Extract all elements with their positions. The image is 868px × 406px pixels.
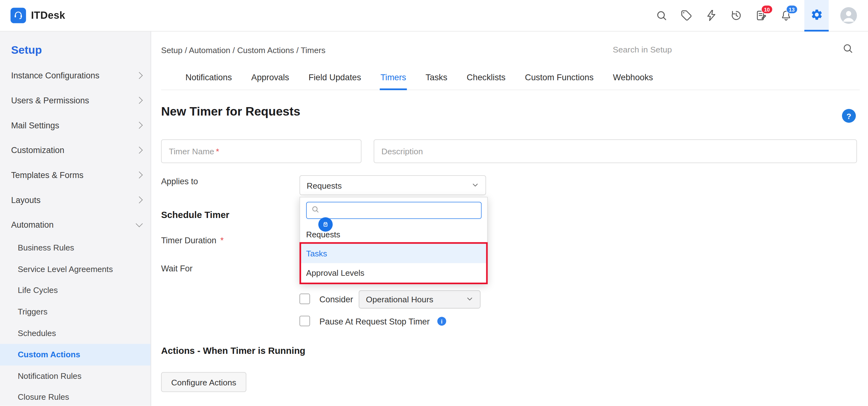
sidebar-title: Setup xyxy=(11,44,150,57)
timer-duration-text: Timer Duration xyxy=(161,235,216,245)
sidebar-item-customization[interactable]: Customization xyxy=(0,138,151,163)
search-icon[interactable] xyxy=(655,9,668,22)
annotation-highlight: Tasks Approval Levels xyxy=(300,242,488,284)
timer-name-input[interactable]: Timer Name * xyxy=(161,139,362,163)
app-root: ITDesk xyxy=(0,0,868,406)
sidebar-item-label: Templates & Forms xyxy=(11,170,84,179)
requests-module-icon xyxy=(318,217,333,232)
chevron-right-icon xyxy=(136,197,143,204)
sidebar-item-notification-rules[interactable]: Notification Rules xyxy=(0,365,151,386)
sidebar-item-mail-settings[interactable]: Mail Settings xyxy=(0,113,151,138)
sidebar-item-label: Automation xyxy=(11,220,54,230)
help-icon[interactable]: ? xyxy=(842,109,856,123)
setup-sidebar: Setup Instance Configurations Users & Pe… xyxy=(0,32,151,406)
top-actions: 10 13 xyxy=(655,0,868,31)
sidebar-item-service-level-agreements[interactable]: Service Level Agreements xyxy=(0,259,151,280)
consider-label: Consider xyxy=(319,295,353,304)
sidebar-subitem-label: Service Level Agreements xyxy=(18,265,113,274)
consider-checkbox[interactable] xyxy=(300,294,310,304)
sidebar-item-schedules[interactable]: Schedules xyxy=(0,323,151,344)
applies-to-value: Requests xyxy=(307,180,342,190)
tab-approvals[interactable]: Approvals xyxy=(251,72,290,90)
timer-duration-label: Timer Duration * xyxy=(161,235,223,245)
sidebar-item-users-permissions[interactable]: Users & Permissions xyxy=(0,88,151,113)
tab-field-updates[interactable]: Field Updates xyxy=(308,72,362,90)
dropdown-search-box[interactable] xyxy=(306,202,482,219)
timer-name-placeholder: Timer Name xyxy=(169,146,214,156)
wait-for-label: Wait For xyxy=(161,264,193,273)
tab-timers[interactable]: Timers xyxy=(380,72,407,90)
schedule-timer-header: Schedule Timer xyxy=(161,209,229,221)
notifications-bell-icon[interactable]: 13 xyxy=(779,9,793,22)
setup-search xyxy=(612,42,854,56)
chevron-right-icon xyxy=(136,72,143,79)
app-name: ITDesk xyxy=(31,9,65,22)
actions-header: Actions - When Timer is Running xyxy=(161,346,305,357)
sidebar-subitem-label: Schedules xyxy=(18,329,56,338)
setup-search-input[interactable] xyxy=(612,44,835,55)
dropdown-option-requests[interactable]: Requests xyxy=(306,230,340,239)
sidebar-item-layouts[interactable]: Layouts xyxy=(0,188,151,212)
tab-checklists[interactable]: Checklists xyxy=(466,72,506,90)
main-content: Setup / Automation / Custom Actions / Ti… xyxy=(152,32,868,406)
page-title: New Timer for Requests xyxy=(161,105,300,119)
whats-new-tag-icon[interactable] xyxy=(680,9,693,22)
chevron-right-icon xyxy=(136,146,143,154)
sidebar-subitem-label: Business Rules xyxy=(18,244,74,252)
dropdown-option-tasks[interactable]: Tasks xyxy=(301,244,486,263)
pause-label: Pause At Request Stop Timer xyxy=(319,317,430,326)
sidebar-item-templates-forms[interactable]: Templates & Forms xyxy=(0,162,151,188)
sidebar-item-business-rules[interactable]: Business Rules xyxy=(0,237,151,259)
sidebar-item-automation[interactable]: Automation xyxy=(0,212,151,237)
search-icon[interactable] xyxy=(842,42,854,56)
feedback-icon[interactable]: 10 xyxy=(754,9,768,22)
operational-hours-value: Operational Hours xyxy=(366,295,433,304)
brand: ITDesk xyxy=(0,8,65,24)
applies-to-select[interactable]: Requests xyxy=(300,175,486,195)
history-icon[interactable] xyxy=(730,9,743,22)
quick-actions-lightning-icon[interactable] xyxy=(705,9,718,22)
sidebar-item-instance-configurations[interactable]: Instance Configurations xyxy=(0,63,151,88)
sidebar-item-closure-rules[interactable]: Closure Rules xyxy=(0,386,151,406)
chevron-down-icon xyxy=(471,180,479,190)
tab-custom-functions[interactable]: Custom Functions xyxy=(524,72,594,90)
sidebar-item-label: Users & Permissions xyxy=(11,96,89,105)
top-bar: ITDesk xyxy=(0,0,868,32)
required-asterisk: * xyxy=(220,235,223,245)
feedback-count-badge: 10 xyxy=(761,5,772,14)
chevron-down-icon xyxy=(136,220,143,227)
pause-checkbox[interactable] xyxy=(300,316,310,326)
info-icon: i xyxy=(437,317,446,326)
chevron-right-icon xyxy=(136,122,143,129)
sidebar-item-label: Instance Configurations xyxy=(11,71,99,80)
required-asterisk: * xyxy=(216,146,219,156)
applies-to-dropdown: Requests Tasks Approval Levels xyxy=(300,197,488,283)
sidebar-item-label: Customization xyxy=(11,145,64,155)
sidebar-subitem-label: Life Cycles xyxy=(18,286,58,295)
breadcrumb: Setup / Automation / Custom Actions / Ti… xyxy=(161,46,326,55)
tab-tasks[interactable]: Tasks xyxy=(425,72,448,90)
avatar[interactable] xyxy=(840,7,857,24)
sidebar-item-label: Mail Settings xyxy=(11,121,59,130)
sidebar-item-life-cycles[interactable]: Life Cycles xyxy=(0,280,151,301)
sidebar-subitem-label: Closure Rules xyxy=(18,393,69,402)
dropdown-search-input[interactable] xyxy=(323,205,476,215)
chevron-right-icon xyxy=(136,97,143,104)
operational-hours-select[interactable]: Operational Hours xyxy=(359,290,480,308)
headset-icon xyxy=(13,10,23,21)
search-icon xyxy=(311,205,319,216)
sidebar-item-label: Layouts xyxy=(11,195,40,205)
description-input[interactable] xyxy=(374,139,857,163)
tab-bar: Notifications Approvals Field Updates Ti… xyxy=(161,66,860,90)
tab-webhooks[interactable]: Webhooks xyxy=(612,72,653,90)
sidebar-item-triggers[interactable]: Triggers xyxy=(0,301,151,322)
applies-to-label: Applies to xyxy=(161,176,198,186)
configure-actions-button[interactable]: Configure Actions xyxy=(161,372,246,392)
sidebar-item-custom-actions[interactable]: Custom Actions xyxy=(0,344,151,365)
settings-gear-icon[interactable] xyxy=(804,0,829,31)
notification-count-badge: 13 xyxy=(786,5,797,14)
app-logo[interactable] xyxy=(11,8,26,24)
dropdown-option-approval-levels[interactable]: Approval Levels xyxy=(301,263,486,283)
tab-notifications[interactable]: Notifications xyxy=(185,72,232,90)
chevron-down-icon xyxy=(466,295,473,304)
